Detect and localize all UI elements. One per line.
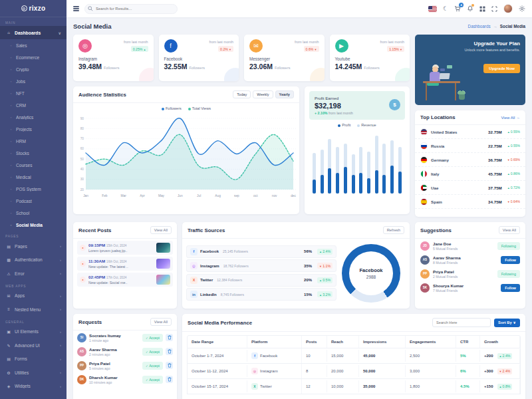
sidebar-item[interactable]: ◈ Widgets ›	[0, 380, 66, 394]
sort-by-button[interactable]: Sort By ∨	[494, 319, 520, 327]
sidebar-item[interactable]: ○ Crypto	[0, 63, 66, 75]
sidebar-item-icon: ✎	[5, 343, 12, 348]
recent-posts-view-all-button[interactable]: View All	[150, 226, 172, 234]
dollar-icon: $	[389, 99, 400, 110]
sidebar-item[interactable]: ⚙ Utilities ›	[0, 366, 66, 380]
sidebar-item[interactable]: ▩ Authentication ›	[0, 253, 66, 267]
sidebar-item[interactable]: ○ POS System	[0, 183, 66, 195]
accept-button[interactable]: Accept	[142, 376, 163, 384]
sidebar-item[interactable]: ⊞ Apps ›	[0, 289, 66, 303]
delete-request-button[interactable]	[166, 376, 173, 383]
mutual-friends: 5 Mutual Friends	[433, 247, 494, 251]
platform-icon: f	[190, 248, 198, 255]
sidebar-item[interactable]: ▤ Pages ›	[0, 239, 66, 253]
user-avatar[interactable]	[503, 4, 513, 13]
column-header[interactable]: Engagements	[406, 336, 456, 348]
column-header[interactable]: Date Range	[188, 336, 247, 348]
breadcrumb-parent[interactable]: Dashboards	[468, 24, 491, 29]
accept-button[interactable]: Accept	[142, 334, 163, 342]
notifications-bell-icon[interactable]	[467, 5, 473, 12]
app-logo[interactable]: rixzo	[0, 0, 66, 17]
accept-button[interactable]: Accept	[142, 362, 163, 370]
country-change: 0.69%	[507, 158, 520, 162]
upgrade-now-button[interactable]: Upgrade Now	[483, 64, 520, 73]
sidebar-item-label: PAGES	[5, 235, 61, 238]
language-flag-icon[interactable]	[428, 6, 437, 12]
suggestion-row: AS Aarav Sharma 8 Mutual Friends Follow	[415, 253, 525, 267]
location-row: Uae 37.75M 0.72%	[415, 181, 525, 195]
sidebar-item[interactable]: ○ Social Media	[0, 219, 66, 231]
traffic-change-badge: 2.4%	[317, 249, 332, 255]
sidebar-item[interactable]: ○ School	[0, 207, 66, 219]
table-search-input[interactable]	[432, 318, 491, 327]
follow-button[interactable]: Following	[497, 242, 520, 250]
sidebar-item-icon: ⊞	[5, 293, 12, 298]
apps-grid-icon[interactable]	[479, 6, 485, 12]
revenue-legend-dot	[357, 124, 360, 127]
request-time: 2 minutes ago	[89, 352, 140, 356]
sidebar-item[interactable]: ✎ Advanced UI ›	[0, 338, 66, 352]
filter-button[interactable]: Today	[233, 90, 251, 98]
delete-request-button[interactable]	[166, 362, 173, 369]
follow-button[interactable]: Follow	[501, 256, 520, 264]
followers-unit: Followers	[275, 66, 291, 70]
sidebar-item[interactable]: ○ Sales	[0, 39, 66, 51]
refresh-button[interactable]: Refresh	[383, 226, 404, 234]
column-header[interactable]: Growth	[480, 336, 520, 348]
cart-icon[interactable]: 4	[454, 5, 461, 12]
sidebar-item[interactable]: ▤ Forms ›	[0, 352, 66, 366]
sidebar-item[interactable]: PAGES	[0, 231, 66, 239]
sidebar-item[interactable]: ▣ UI Elements ›	[0, 325, 66, 339]
settings-gear-icon[interactable]	[519, 5, 525, 12]
column-header[interactable]: Platform	[247, 336, 302, 348]
sidebar-item[interactable]: ○ Medical	[0, 171, 66, 183]
sidebar-item[interactable]: ⚠ Error ›	[0, 267, 66, 281]
requests-title: Requests	[78, 319, 102, 325]
accept-button[interactable]: Accept	[142, 348, 163, 356]
column-header[interactable]: Impressions	[359, 336, 406, 348]
followers-unit: Followers	[189, 66, 205, 70]
suggestions-view-all-button[interactable]: View All	[499, 226, 520, 234]
svg-text:nov: nov	[272, 194, 277, 198]
sidebar-item[interactable]: ○ HRM	[0, 135, 66, 147]
sidebar-item[interactable]: MAIN	[0, 17, 66, 26]
dark-mode-icon[interactable]: ☾	[443, 6, 448, 12]
filter-button[interactable]: Weekly	[253, 90, 273, 98]
sidebar-item[interactable]: ○ Stocks	[0, 147, 66, 159]
menu-toggle-icon[interactable]	[73, 5, 79, 12]
main-area: ☾ 4	[66, 0, 532, 399]
sidebar-item[interactable]: WEB APPS	[0, 281, 66, 289]
sidebar-item-label: Dashboards	[15, 31, 59, 35]
country-change: 0.55%	[507, 130, 520, 134]
sidebar-item[interactable]: ≡ Nested Menu ›	[0, 303, 66, 317]
sidebar-item[interactable]: ○ Projects	[0, 123, 66, 135]
follow-button[interactable]: Following	[497, 270, 520, 278]
sidebar-item[interactable]: ⌂ Dashboards ∨	[0, 26, 66, 39]
requests-view-all-button[interactable]: View All	[150, 318, 172, 326]
sidebar-item[interactable]: ○ Analytics	[0, 111, 66, 123]
sidebar-item[interactable]: ○ Ecommerce	[0, 51, 66, 63]
column-header[interactable]: Posts	[302, 336, 327, 348]
fullscreen-icon[interactable]	[491, 6, 497, 12]
sidebar-item[interactable]: ○ NFT	[0, 87, 66, 99]
delete-request-button[interactable]	[166, 334, 173, 341]
post-row[interactable]: ● 11:30AM16th Oct, 2024 New update: The …	[77, 257, 173, 271]
sidebar-item-label: Stocks	[16, 151, 61, 156]
sidebar-item[interactable]: ○ Jobs	[0, 75, 66, 87]
sidebar-item[interactable]: ○ CRM	[0, 99, 66, 111]
sidebar-item[interactable]: ○ Podcast	[0, 195, 66, 207]
post-row[interactable]: ● 09:15PM15th Oct, 2024 Lorem iprusm jua…	[77, 241, 173, 255]
sidebar-item[interactable]: ○ Courses	[0, 159, 66, 171]
column-header[interactable]: CTR	[456, 336, 480, 348]
sidebar-item[interactable]: GENERAL	[0, 317, 66, 325]
top-locations-view-all-link[interactable]: View All →	[501, 116, 520, 120]
column-header[interactable]: Reach	[327, 336, 359, 348]
filter-button[interactable]: Yearly	[275, 90, 295, 98]
svg-text:Jul: Jul	[197, 194, 201, 198]
sidebar-item-icon: ▩	[5, 257, 12, 262]
growth-badge: 0.8%	[497, 384, 513, 390]
follow-button[interactable]: Follow	[501, 284, 520, 292]
delete-request-button[interactable]	[166, 348, 173, 355]
search-input[interactable]	[84, 4, 178, 14]
post-row[interactable]: ● 02:45PM17th Oct, 2024 New update: Soci…	[77, 273, 173, 287]
